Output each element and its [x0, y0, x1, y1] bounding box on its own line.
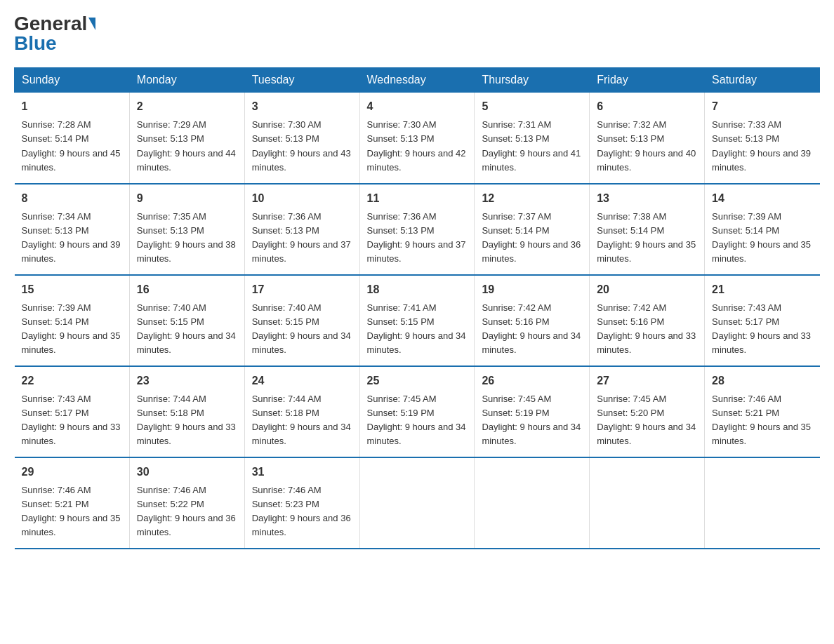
calendar-day-cell: 24 Sunrise: 7:44 AMSunset: 5:18 PMDaylig… — [244, 366, 359, 457]
day-info: Sunrise: 7:36 AMSunset: 5:13 PMDaylight:… — [252, 211, 351, 264]
day-number: 3 — [252, 98, 352, 115]
day-info: Sunrise: 7:29 AMSunset: 5:13 PMDaylight:… — [137, 119, 236, 173]
day-info: Sunrise: 7:37 AMSunset: 5:14 PMDaylight:… — [482, 211, 581, 264]
day-info: Sunrise: 7:28 AMSunset: 5:14 PMDaylight:… — [22, 119, 121, 173]
calendar-day-cell: 20 Sunrise: 7:42 AMSunset: 5:16 PMDaylig… — [590, 275, 705, 366]
day-number: 20 — [597, 281, 697, 298]
day-number: 8 — [22, 190, 122, 207]
day-number: 26 — [482, 373, 582, 389]
calendar-day-cell: 29 Sunrise: 7:46 AMSunset: 5:21 PMDaylig… — [15, 457, 130, 549]
weekday-header-thursday: Thursday — [475, 68, 590, 93]
day-number: 13 — [597, 190, 697, 207]
day-number: 1 — [22, 98, 122, 115]
calendar-day-cell: 23 Sunrise: 7:44 AMSunset: 5:18 PMDaylig… — [129, 366, 244, 457]
calendar-day-cell: 14 Sunrise: 7:39 AMSunset: 5:14 PMDaylig… — [705, 184, 820, 275]
calendar-day-cell: 15 Sunrise: 7:39 AMSunset: 5:14 PMDaylig… — [15, 275, 130, 366]
weekday-header-sunday: Sunday — [15, 68, 130, 93]
day-number: 2 — [137, 98, 237, 115]
day-info: Sunrise: 7:45 AMSunset: 5:19 PMDaylight:… — [482, 394, 581, 447]
calendar-day-cell: 26 Sunrise: 7:45 AMSunset: 5:19 PMDaylig… — [475, 366, 590, 457]
day-number: 30 — [137, 464, 237, 481]
day-info: Sunrise: 7:46 AMSunset: 5:21 PMDaylight:… — [712, 394, 811, 447]
calendar-day-cell — [359, 457, 475, 549]
day-number: 9 — [137, 190, 237, 207]
calendar-day-cell: 3 Sunrise: 7:30 AMSunset: 5:13 PMDayligh… — [244, 93, 359, 184]
day-number: 5 — [482, 98, 582, 115]
day-info: Sunrise: 7:36 AMSunset: 5:13 PMDaylight:… — [367, 211, 466, 264]
calendar-day-cell: 18 Sunrise: 7:41 AMSunset: 5:15 PMDaylig… — [359, 275, 475, 366]
day-number: 21 — [712, 281, 812, 298]
day-number: 6 — [597, 98, 697, 115]
day-number: 14 — [712, 190, 812, 207]
day-info: Sunrise: 7:46 AMSunset: 5:21 PMDaylight:… — [22, 485, 121, 538]
weekday-header-tuesday: Tuesday — [244, 68, 359, 93]
day-info: Sunrise: 7:42 AMSunset: 5:16 PMDaylight:… — [482, 302, 581, 356]
day-info: Sunrise: 7:33 AMSunset: 5:13 PMDaylight:… — [712, 119, 811, 173]
day-number: 16 — [137, 281, 237, 298]
calendar-day-cell — [475, 457, 590, 549]
weekday-header-monday: Monday — [129, 68, 244, 93]
day-number: 27 — [597, 373, 697, 389]
calendar-day-cell: 25 Sunrise: 7:45 AMSunset: 5:19 PMDaylig… — [359, 366, 475, 457]
calendar-day-cell: 30 Sunrise: 7:46 AMSunset: 5:22 PMDaylig… — [129, 457, 244, 549]
calendar-day-cell: 5 Sunrise: 7:31 AMSunset: 5:13 PMDayligh… — [475, 93, 590, 184]
day-info: Sunrise: 7:39 AMSunset: 5:14 PMDaylight:… — [22, 302, 121, 356]
day-info: Sunrise: 7:41 AMSunset: 5:15 PMDaylight:… — [367, 302, 466, 356]
day-info: Sunrise: 7:39 AMSunset: 5:14 PMDaylight:… — [712, 211, 811, 264]
day-number: 4 — [367, 98, 468, 115]
day-number: 19 — [482, 281, 582, 298]
day-number: 10 — [252, 190, 352, 207]
calendar-day-cell: 4 Sunrise: 7:30 AMSunset: 5:13 PMDayligh… — [359, 93, 475, 184]
day-number: 28 — [712, 373, 812, 389]
day-number: 22 — [22, 373, 122, 389]
calendar-day-cell: 22 Sunrise: 7:43 AMSunset: 5:17 PMDaylig… — [15, 366, 130, 457]
day-number: 11 — [367, 190, 468, 207]
weekday-header-saturday: Saturday — [705, 68, 820, 93]
day-number: 15 — [22, 281, 122, 298]
day-number: 18 — [367, 281, 468, 298]
day-info: Sunrise: 7:42 AMSunset: 5:16 PMDaylight:… — [597, 302, 696, 356]
day-info: Sunrise: 7:43 AMSunset: 5:17 PMDaylight:… — [712, 302, 811, 356]
day-number: 24 — [252, 373, 352, 389]
weekday-header-wednesday: Wednesday — [359, 68, 475, 93]
day-info: Sunrise: 7:44 AMSunset: 5:18 PMDaylight:… — [252, 394, 351, 447]
day-info: Sunrise: 7:32 AMSunset: 5:13 PMDaylight:… — [597, 119, 696, 173]
calendar-week-row: 29 Sunrise: 7:46 AMSunset: 5:21 PMDaylig… — [15, 457, 820, 549]
calendar-day-cell: 11 Sunrise: 7:36 AMSunset: 5:13 PMDaylig… — [359, 184, 475, 275]
calendar-week-row: 1 Sunrise: 7:28 AMSunset: 5:14 PMDayligh… — [15, 93, 820, 184]
calendar-day-cell — [590, 457, 705, 549]
logo: General Blue — [14, 14, 95, 53]
calendar-week-row: 8 Sunrise: 7:34 AMSunset: 5:13 PMDayligh… — [15, 184, 820, 275]
day-info: Sunrise: 7:45 AMSunset: 5:20 PMDaylight:… — [597, 394, 696, 447]
calendar-week-row: 22 Sunrise: 7:43 AMSunset: 5:17 PMDaylig… — [15, 366, 820, 457]
logo-general-text: General — [14, 14, 87, 34]
day-number: 31 — [252, 464, 352, 481]
calendar-day-cell: 27 Sunrise: 7:45 AMSunset: 5:20 PMDaylig… — [590, 366, 705, 457]
calendar-day-cell: 17 Sunrise: 7:40 AMSunset: 5:15 PMDaylig… — [244, 275, 359, 366]
calendar-day-cell: 9 Sunrise: 7:35 AMSunset: 5:13 PMDayligh… — [129, 184, 244, 275]
calendar-day-cell: 13 Sunrise: 7:38 AMSunset: 5:14 PMDaylig… — [590, 184, 705, 275]
day-info: Sunrise: 7:38 AMSunset: 5:14 PMDaylight:… — [597, 211, 696, 264]
calendar-day-cell: 1 Sunrise: 7:28 AMSunset: 5:14 PMDayligh… — [15, 93, 130, 184]
logo-blue-text: Blue — [14, 34, 57, 53]
day-info: Sunrise: 7:46 AMSunset: 5:23 PMDaylight:… — [252, 485, 351, 538]
day-info: Sunrise: 7:40 AMSunset: 5:15 PMDaylight:… — [137, 302, 236, 356]
day-number: 25 — [367, 373, 468, 389]
calendar-day-cell: 12 Sunrise: 7:37 AMSunset: 5:14 PMDaylig… — [475, 184, 590, 275]
weekday-header-row: SundayMondayTuesdayWednesdayThursdayFrid… — [15, 68, 820, 93]
calendar-week-row: 15 Sunrise: 7:39 AMSunset: 5:14 PMDaylig… — [15, 275, 820, 366]
day-info: Sunrise: 7:34 AMSunset: 5:13 PMDaylight:… — [22, 211, 121, 264]
calendar-day-cell — [705, 457, 820, 549]
calendar-day-cell: 19 Sunrise: 7:42 AMSunset: 5:16 PMDaylig… — [475, 275, 590, 366]
day-info: Sunrise: 7:44 AMSunset: 5:18 PMDaylight:… — [137, 394, 236, 447]
logo-arrow-icon — [88, 18, 95, 30]
calendar-day-cell: 8 Sunrise: 7:34 AMSunset: 5:13 PMDayligh… — [15, 184, 130, 275]
calendar-table: SundayMondayTuesdayWednesdayThursdayFrid… — [14, 67, 820, 549]
day-info: Sunrise: 7:31 AMSunset: 5:13 PMDaylight:… — [482, 119, 581, 173]
day-info: Sunrise: 7:40 AMSunset: 5:15 PMDaylight:… — [252, 302, 351, 356]
calendar-day-cell: 2 Sunrise: 7:29 AMSunset: 5:13 PMDayligh… — [129, 93, 244, 184]
day-number: 12 — [482, 190, 582, 207]
day-info: Sunrise: 7:30 AMSunset: 5:13 PMDaylight:… — [367, 119, 466, 173]
weekday-header-friday: Friday — [590, 68, 705, 93]
day-number: 23 — [137, 373, 237, 389]
